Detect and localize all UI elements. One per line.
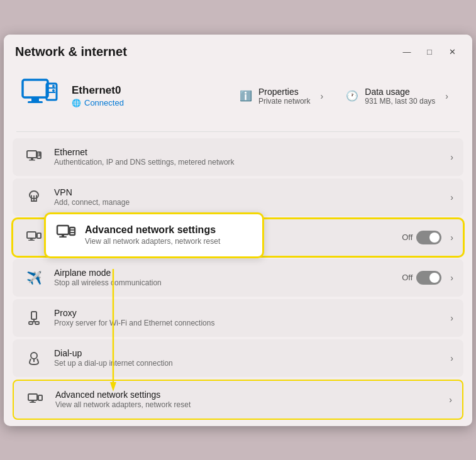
vpn-icon bbox=[23, 186, 45, 209]
network-list: Ethernet Authentication, IP and DNS sett… bbox=[4, 132, 472, 426]
svg-rect-10 bbox=[31, 158, 33, 160]
ethernet-title: Ethernet bbox=[54, 147, 446, 157]
airplane-subtitle: Stop all wireless communication bbox=[54, 278, 402, 287]
status-text: Connected bbox=[84, 98, 124, 107]
svg-rect-39 bbox=[30, 402, 36, 403]
advanced-network-bottom-subtitle: View all network adapters, network reset bbox=[55, 400, 445, 409]
proxy-content: Proxy Proxy server for Wi-Fi and Etherne… bbox=[54, 308, 446, 327]
proxy-chevron: › bbox=[450, 313, 453, 323]
ethernet-subtitle: Authentication, IP and DNS settings, met… bbox=[54, 158, 446, 167]
airplane-content: Airplane mode Stop all wireless communic… bbox=[54, 268, 402, 287]
advanced-network-chevron: › bbox=[450, 233, 453, 243]
connection-status: 🌐 Connected bbox=[72, 98, 218, 107]
advanced-network-bottom-title: Advanced network settings bbox=[55, 390, 445, 400]
toggle-wrap-advanced: Off bbox=[402, 231, 441, 244]
dialup-svg-icon bbox=[26, 351, 42, 366]
ethernet-chevron: › bbox=[450, 152, 453, 162]
ethernet-device-icon bbox=[18, 75, 60, 118]
data-usage-text: Data usage 931 MB, last 30 days bbox=[365, 87, 435, 106]
dialup-content: Dial-up Set up a dial-up internet connec… bbox=[54, 348, 446, 368]
advanced-network-bottom-svg-icon bbox=[27, 392, 43, 408]
title-bar-controls: — □ ✕ bbox=[398, 43, 461, 61]
data-usage-label: Data usage bbox=[365, 87, 435, 97]
svg-rect-38 bbox=[31, 400, 34, 402]
airplane-icon: ✈️ bbox=[23, 266, 45, 289]
svg-rect-30 bbox=[31, 312, 36, 319]
svg-point-6 bbox=[52, 85, 55, 87]
svg-rect-21 bbox=[37, 233, 41, 238]
advanced-toggle[interactable] bbox=[416, 231, 441, 244]
svg-rect-1 bbox=[31, 97, 39, 101]
dialup-subtitle: Set up a dial-up internet connection bbox=[54, 359, 446, 368]
device-name: Ethernet0 bbox=[72, 84, 218, 97]
close-button[interactable]: ✕ bbox=[443, 43, 461, 61]
advanced-network-bottom-list-item[interactable]: Advanced network settings View all netwo… bbox=[13, 380, 463, 420]
minimize-button[interactable]: — bbox=[398, 43, 416, 61]
callout-container: Advanced network settings View all netwo… bbox=[13, 219, 463, 256]
properties-text: Properties Private network bbox=[258, 87, 311, 106]
dialup-icon bbox=[23, 347, 45, 370]
ethernet-svg-icon bbox=[26, 149, 42, 165]
svg-point-7 bbox=[52, 89, 55, 92]
ethernet-content: Ethernet Authentication, IP and DNS sett… bbox=[54, 147, 446, 167]
maximize-button[interactable]: □ bbox=[421, 43, 438, 61]
svg-rect-22 bbox=[57, 226, 69, 234]
advanced-network-bottom-chevron: › bbox=[449, 395, 452, 405]
data-usage-chevron: › bbox=[445, 91, 448, 101]
device-info: Ethernet0 🌐 Connected bbox=[72, 84, 218, 107]
svg-rect-9 bbox=[27, 151, 36, 158]
callout-title: Advanced network settings bbox=[85, 224, 220, 236]
proxy-subtitle: Proxy server for Wi-Fi and Ethernet conn… bbox=[54, 319, 446, 327]
title-bar: Network & internet — □ ✕ bbox=[4, 35, 472, 67]
svg-point-15 bbox=[39, 152, 40, 153]
svg-rect-11 bbox=[29, 160, 35, 161]
vpn-list-item[interactable]: VPN Add, connect, manage › bbox=[13, 178, 463, 216]
dialup-right: › bbox=[446, 353, 453, 363]
advanced-network-bottom-icon bbox=[24, 388, 47, 411]
proxy-right: › bbox=[446, 313, 453, 323]
ethernet-right: › bbox=[446, 152, 453, 162]
svg-point-35 bbox=[31, 353, 37, 359]
callout-icon bbox=[56, 223, 76, 248]
data-usage-sublabel: 931 MB, last 30 days bbox=[365, 97, 435, 106]
ethernet-header: Ethernet0 🌐 Connected ℹ️ Properties Priv… bbox=[4, 67, 472, 131]
properties-button[interactable]: ℹ️ Properties Private network › bbox=[228, 82, 335, 111]
vpn-subtitle: Add, connect, manage bbox=[54, 198, 446, 207]
window-title: Network & internet bbox=[15, 45, 127, 59]
svg-rect-0 bbox=[23, 80, 48, 97]
airplane-mode-list-item[interactable]: ✈️ Airplane mode Stop all wireless commu… bbox=[13, 259, 463, 297]
properties-sublabel: Private network bbox=[258, 97, 311, 106]
airplane-toggle[interactable] bbox=[416, 271, 441, 285]
svg-rect-24 bbox=[59, 236, 67, 238]
svg-rect-18 bbox=[27, 232, 36, 238]
ethernet-list-item[interactable]: Ethernet Authentication, IP and DNS sett… bbox=[13, 138, 463, 176]
vpn-svg-icon bbox=[26, 190, 42, 205]
svg-point-16 bbox=[39, 154, 40, 155]
proxy-list-item[interactable]: Proxy Proxy server for Wi-Fi and Etherne… bbox=[13, 299, 463, 337]
svg-rect-19 bbox=[30, 238, 33, 240]
svg-rect-40 bbox=[38, 395, 42, 400]
data-usage-button[interactable]: 🕐 Data usage 931 MB, last 30 days › bbox=[335, 82, 460, 111]
vpn-chevron: › bbox=[450, 192, 453, 202]
info-icon: ℹ️ bbox=[240, 90, 252, 102]
proxy-icon bbox=[23, 307, 45, 329]
airplane-toggle-label: Off bbox=[402, 273, 412, 282]
callout-subtitle: View all network adapters, network reset bbox=[85, 237, 220, 246]
proxy-svg-icon bbox=[26, 310, 42, 326]
svg-rect-25 bbox=[70, 227, 75, 235]
dialup-list-item[interactable]: Dial-up Set up a dial-up internet connec… bbox=[13, 339, 463, 377]
window: Network & internet — □ ✕ bbox=[4, 35, 472, 426]
advanced-network-bottom-right: › bbox=[445, 395, 452, 405]
svg-rect-23 bbox=[62, 234, 64, 236]
advanced-network-icon bbox=[23, 226, 45, 249]
advanced-network-right: Off › bbox=[402, 231, 453, 244]
ethernet-icon-wrap bbox=[16, 74, 62, 119]
properties-chevron: › bbox=[321, 91, 324, 101]
header-actions: ℹ️ Properties Private network › 🕐 Data u… bbox=[228, 82, 460, 111]
vpn-content: VPN Add, connect, manage bbox=[54, 187, 446, 207]
vpn-title: VPN bbox=[54, 187, 446, 197]
dialup-chevron: › bbox=[450, 353, 453, 363]
properties-label: Properties bbox=[258, 87, 311, 97]
callout-text: Advanced network settings View all netwo… bbox=[85, 224, 220, 246]
dialup-title: Dial-up bbox=[54, 348, 446, 358]
